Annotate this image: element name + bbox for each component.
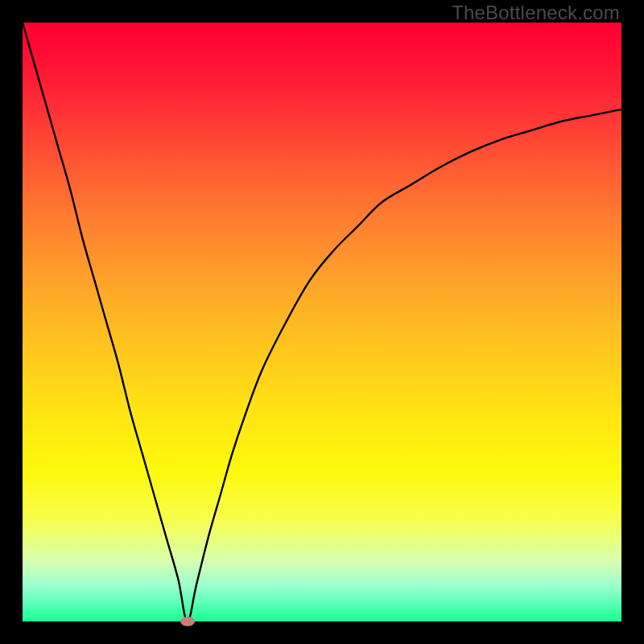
plot-area xyxy=(23,23,621,621)
bottleneck-curve-svg xyxy=(23,23,621,621)
chart-frame: TheBottleneck.com xyxy=(0,0,644,644)
watermark-text: TheBottleneck.com xyxy=(452,2,620,24)
bottleneck-curve xyxy=(23,23,621,621)
optimal-point-marker xyxy=(180,617,195,626)
